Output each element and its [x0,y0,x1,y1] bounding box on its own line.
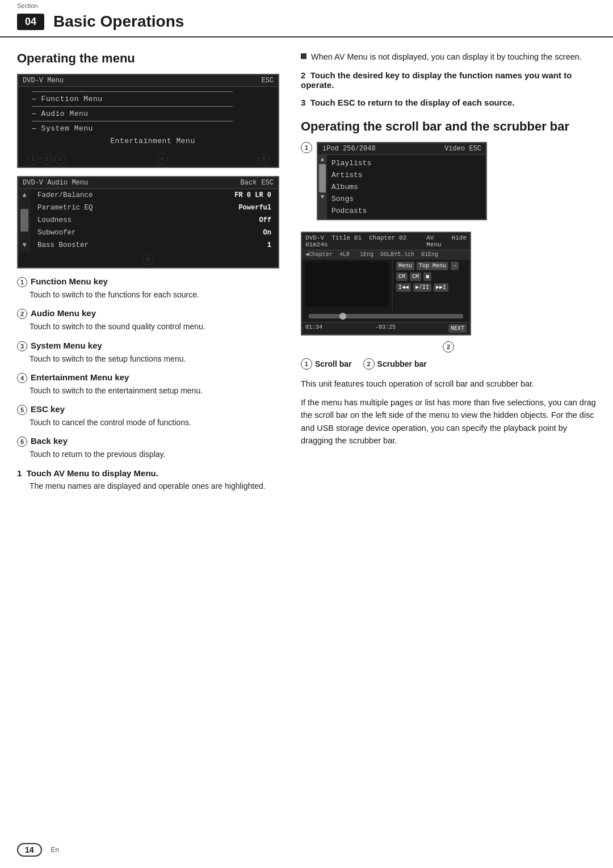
dvd-left [302,259,393,311]
dvd-top-menu-btn[interactable]: Top Menu [417,262,448,270]
left-column: Operating the menu DVD-V Menu ESC — Func… [17,51,295,498]
dvd-menu-btns: Menu Top Menu → [396,262,467,270]
ipod-item-4: Songs [331,193,481,205]
right-column: When AV Menu is not displayed, you can d… [295,51,596,498]
row5-label: Bass Booster [37,241,89,249]
item-entertainment-menu: 4 Entertainment Menu key Touch to switch… [17,372,279,396]
numbered-list: 1 Function Menu key Touch to switch to t… [17,276,279,460]
ipod-screenshot: iPod 256/2048 Video ESC ▲ ▼ Playlists Ar… [317,142,487,220]
section-label: Section [17,2,38,9]
dvd-menu-btn[interactable]: Menu [396,262,414,270]
dvd-cm2-btn[interactable]: CM [410,272,421,281]
dvd-ann-2: 2 [443,341,454,353]
step1-num: 1 [17,468,22,478]
dvd-right: Menu Top Menu → CM CM ■ I◄◄ ►/II ►►I [393,259,470,311]
menu1-line1 [32,91,233,92]
item-4-header: 4 Entertainment Menu key [17,372,279,383]
ipod-scroll-thumb [319,164,326,192]
dvd-fwd-btn[interactable]: ►►I [434,283,448,292]
menu1-item-4: Entertainment Menu [27,135,278,148]
menu1-topbar: DVD-V Menu ESC [18,75,278,87]
callout-1: 1 [27,153,39,165]
dvd-bar-right: AV Menu Hide [426,234,467,248]
ipod-list: Playlists Artists Albums Songs Podcasts [327,155,486,219]
menu2-row-4: Subwoofer On [31,227,278,239]
dvd-next-btn[interactable]: NEXT [448,324,467,333]
scroll-up-icon: ▲ [22,191,26,199]
callout-scrubber-num: 2 [363,358,375,370]
step1-block: 1 Touch AV Menu to display Menu. The men… [17,468,279,492]
footer-lang: En [51,846,60,854]
item-1-body: Touch to switch to the functions for eac… [17,289,279,300]
callout-5: 5 [258,153,269,165]
menu1-box: DVD-V Menu ESC — Function Menu — Audio M… [17,74,279,168]
page-header: Section 04 Basic Operations [0,0,613,37]
ipod-annotation: 1 [301,142,312,156]
dvd-arrow-btn[interactable]: → [451,262,459,270]
row2-label: Parametric EQ [37,204,93,212]
menu2-body: ▲ ▼ Fader/Balance FR 0 LR 0 Parametric E… [18,189,278,251]
menu1-item-2: — Audio Menu [27,108,278,120]
menu1-top-left: DVD-V Menu [23,77,64,85]
dvd-av-menu: AV Menu [426,234,449,248]
menu1-item-1: — Function Menu [27,93,278,105]
bullet-text: When AV Menu is not displayed, you can d… [311,51,582,64]
item-1-header: 1 Function Menu key [17,276,279,287]
step3-text: Touch ESC to return to the display of ea… [310,98,515,107]
row4-val: On [263,229,271,237]
ipod-layout: 1 iPod 256/2048 Video ESC ▲ ▼ [301,142,596,226]
menu1-line3 [32,121,233,121]
item-back-key: 6 Back key Touch to return to the previo… [17,436,279,460]
item-3-label: System Menu key [31,341,102,350]
item-1-num: 1 [17,277,27,287]
callout-3: 3 [54,153,66,165]
step1-text: Touch AV Menu to display Menu. [27,468,158,478]
menu1-screenshot: DVD-V Menu ESC — Function Menu — Audio M… [17,74,279,168]
dvd-play-btn[interactable]: ►/II [413,283,431,292]
ipod-scroll-up: ▲ [321,156,325,163]
item-6-body: Touch to return to the previous display. [17,448,279,460]
item-6-label: Back key [31,436,68,446]
row3-val: Off [259,216,271,224]
menu1-line2 [32,106,233,107]
scrubber-bar[interactable] [309,314,463,318]
item-2-body: Touch to switch to the sound quality con… [17,321,279,332]
dvd-bottom-bar: 01:34 -03:25 NEXT [302,322,470,334]
callout-scroll-num: 1 [301,358,312,370]
item-2-num: 2 [17,309,27,319]
ipod-bar-right: Video ESC [444,145,481,153]
ipod-bar-left: iPod 256/2048 [322,145,376,153]
ipod-body: ▲ ▼ Playlists Artists Albums Songs Podca… [318,155,486,219]
menu2-top-right: Back ESC [241,179,274,187]
dvd-cm1-btn[interactable]: CM [396,272,408,281]
page-number: 14 [17,843,42,857]
item-4-body: Touch to switch to the entertainment set… [17,385,279,396]
menu2-topbar: DVD-V Audio Menu Back ESC [18,177,278,189]
dvd-stop-btn[interactable]: ■ [423,272,431,281]
callout-4: 4 [156,153,167,165]
menu2-screenshot: DVD-V Audio Menu Back ESC ▲ ▼ [17,176,279,269]
row5-val: 1 [267,241,271,249]
step3-num: 3 [301,98,305,107]
dvd-video-area [305,262,389,307]
callout-scrubber-label: 2 Scrubber bar [363,358,427,370]
main-content: Operating the menu DVD-V Menu ESC — Func… [0,37,613,515]
scrubber-thumb[interactable] [339,313,346,320]
step3-block: 3 Touch ESC to return to the display of … [301,98,596,107]
scroll-thumb [20,209,28,232]
menu2-rows: Fader/Balance FR 0 LR 0 Parametric EQ Po… [31,189,278,251]
item-3-header: 3 System Menu key [17,341,279,351]
ipod-item-2: Artists [331,169,481,181]
menu2-box: DVD-V Audio Menu Back ESC ▲ ▼ [17,176,279,269]
item-5-header: 5 ESC key [17,404,279,415]
ipod-ann-1: 1 [301,142,312,153]
menu2-row-2: Parametric EQ Powerful [31,202,278,214]
step1-body: The menu names are displayed and operabl… [17,480,279,492]
item-audio-menu: 2 Audio Menu key Touch to switch to the … [17,308,279,332]
dvd-rew-btn[interactable]: I◄◄ [396,283,411,292]
body-text-1: This unit features touch operation of sc… [301,378,596,390]
dvd-diagram: DVD-V Title 01 Chapter 02 01m24s AV Menu… [301,232,596,353]
ipod-scroll-down: ▼ [321,194,325,200]
item-3-body: Touch to switch to the setup functions m… [17,353,279,364]
row2-val: Powerful [238,204,271,212]
